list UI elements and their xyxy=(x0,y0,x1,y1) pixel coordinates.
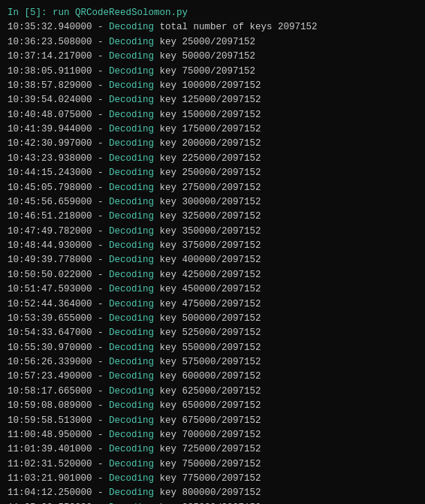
log-line: 10:41:39.944000 - Decoding key 175000/20… xyxy=(8,122,417,137)
log-line: 10:52:44.364000 - Decoding key 475000/20… xyxy=(8,297,417,312)
log-line: 10:45:05.798000 - Decoding key 275000/20… xyxy=(8,181,417,195)
log-line: 10:59:58.513000 - Decoding key 675000/20… xyxy=(8,414,417,428)
log-line: 10:46:51.218000 - Decoding key 325000/20… xyxy=(8,210,417,224)
log-line: 11:05:02.553000 - Decoding key 825000/20… xyxy=(8,501,417,504)
log-line: 10:35:32.940000 - Decoding total number … xyxy=(8,20,417,35)
log-line: 11:01:39.401000 - Decoding key 725000/20… xyxy=(8,442,417,457)
log-output: 10:35:32.940000 - Decoding total number … xyxy=(8,20,417,504)
log-line: 10:38:57.829000 - Decoding key 100000/20… xyxy=(8,79,417,93)
log-line: 11:02:31.520000 - Decoding key 750000/20… xyxy=(8,457,417,472)
log-line: 10:47:49.782000 - Decoding key 350000/20… xyxy=(8,225,417,239)
terminal-window: In [5]: run QRCodeReedSolomon.py 10:35:3… xyxy=(8,6,417,504)
log-line: 10:36:23.508000 - Decoding key 25000/209… xyxy=(8,35,417,50)
log-line: 10:42:30.997000 - Decoding key 200000/20… xyxy=(8,137,417,151)
log-line: 10:39:54.024000 - Decoding key 125000/20… xyxy=(8,93,417,107)
log-line: 11:00:48.950000 - Decoding key 700000/20… xyxy=(8,428,417,442)
log-line: 10:45:56.659000 - Decoding key 300000/20… xyxy=(8,195,417,210)
log-line: 10:44:15.243000 - Decoding key 250000/20… xyxy=(8,166,417,180)
log-line: 10:48:44.930000 - Decoding key 375000/20… xyxy=(8,239,417,253)
prompt-line: In [5]: run QRCodeReedSolomon.py xyxy=(8,6,417,20)
log-line: 10:40:48.075000 - Decoding key 150000/20… xyxy=(8,108,417,122)
log-line: 10:37:14.217000 - Decoding key 50000/209… xyxy=(8,50,417,64)
log-line: 11:04:12.250000 - Decoding key 800000/20… xyxy=(8,486,417,500)
log-line: 10:53:39.655000 - Decoding key 500000/20… xyxy=(8,312,417,326)
log-line: 10:49:39.778000 - Decoding key 400000/20… xyxy=(8,253,417,267)
log-line: 10:51:47.593000 - Decoding key 450000/20… xyxy=(8,282,417,297)
log-line: 10:56:26.339000 - Decoding key 575000/20… xyxy=(8,355,417,370)
log-line: 10:54:33.647000 - Decoding key 525000/20… xyxy=(8,326,417,340)
log-line: 10:43:23.938000 - Decoding key 225000/20… xyxy=(8,152,417,166)
log-line: 10:38:05.911000 - Decoding key 75000/209… xyxy=(8,65,417,79)
log-line: 10:50:50.022000 - Decoding key 425000/20… xyxy=(8,268,417,282)
log-line: 10:55:30.970000 - Decoding key 550000/20… xyxy=(8,341,417,355)
log-line: 10:59:08.089000 - Decoding key 650000/20… xyxy=(8,399,417,413)
log-line: 11:03:21.901000 - Decoding key 775000/20… xyxy=(8,472,417,486)
log-line: 10:58:17.665000 - Decoding key 625000/20… xyxy=(8,385,417,399)
log-line: 10:57:23.490000 - Decoding key 600000/20… xyxy=(8,370,417,384)
